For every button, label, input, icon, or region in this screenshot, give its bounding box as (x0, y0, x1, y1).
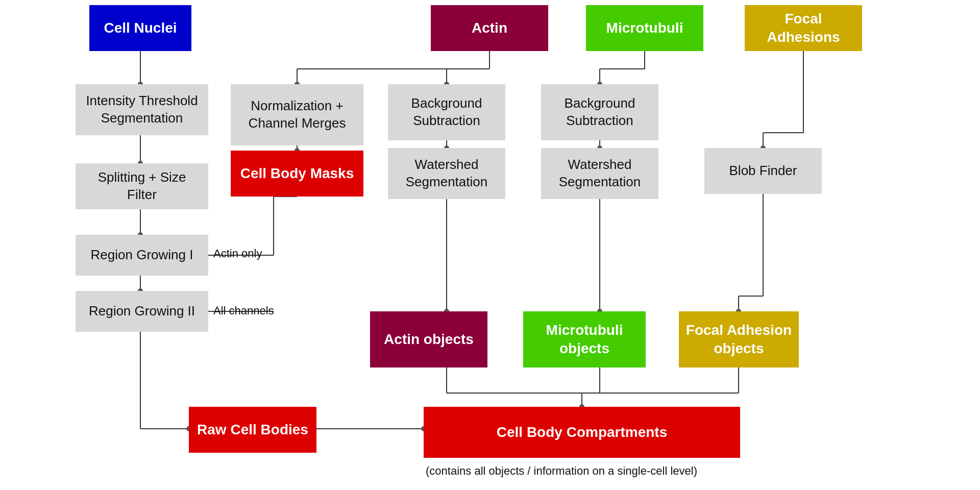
actin-only-label: Actin only (213, 247, 262, 260)
actin-objects-node: Actin objects (370, 311, 487, 368)
focal-adhesion-objects-node: Focal Adhesion objects (679, 311, 799, 368)
watershed-actin-node: Watershed Segmentation (388, 148, 505, 199)
cell-body-masks-node: Cell Body Masks (231, 151, 363, 197)
all-channels-label: All channels (213, 304, 274, 317)
focal-adhesions-node: Focal Adhesions (745, 5, 862, 51)
microtubuli-node: Microtubuli (586, 5, 703, 51)
watershed-micro-node: Watershed Segmentation (541, 148, 658, 199)
cell-body-compartments-node: Cell Body Compartments (424, 407, 740, 458)
subtitle: (contains all objects / information on a… (357, 464, 766, 478)
bg-sub-actin-node: Background Subtraction (388, 84, 505, 140)
norm-channel-node: Normalization + Channel Merges (231, 84, 363, 145)
blob-finder-node: Blob Finder (704, 148, 822, 194)
diagram: Cell Nuclei Actin Microtubuli Focal Adhe… (0, 0, 980, 490)
actin-node: Actin (431, 5, 548, 51)
intensity-threshold-node: Intensity Threshold Segmentation (76, 84, 208, 135)
region-growing-2-node: Region Growing II (76, 291, 208, 332)
splitting-node: Splitting + Size Filter (76, 163, 208, 209)
microtubuli-objects-node: Microtubuli objects (523, 311, 646, 368)
raw-cell-bodies-node: Raw Cell Bodies (189, 407, 316, 453)
cell-nuclei-node: Cell Nuclei (89, 5, 191, 51)
region-growing-1-node: Region Growing I (76, 235, 208, 276)
bg-sub-micro-node: Background Subtraction (541, 84, 658, 140)
